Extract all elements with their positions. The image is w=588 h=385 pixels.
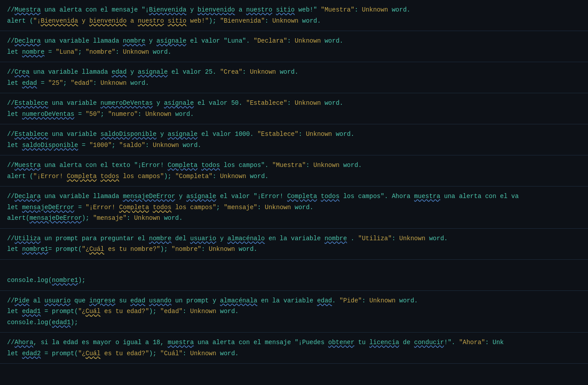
code-section-8: //Utiliza un prompt para preguntar el no… — [0, 229, 588, 260]
comment-line-8: //Utiliza un prompt para preguntar el no… — [7, 233, 581, 244]
code-line-3: let edad = "25"; "edad": Unknown word. — [7, 78, 581, 89]
code-section-1: //Muestra una alerta con el mensaje "¡Bi… — [0, 0, 588, 31]
comment-line-7: //Declara una variable llamada mensajeDe… — [7, 191, 581, 202]
code-line-10a: let edad1 = prompt("¿Cuál es tu edad?");… — [7, 306, 581, 317]
code-line-9: console.log(nombre1); — [7, 275, 581, 286]
comment-line-3: //Crea una variable llamada edad y asígn… — [7, 67, 581, 78]
code-section-7: //Declara una variable llamada mensajeDe… — [0, 187, 588, 229]
comment-line-11: //Ahora, si la edad es mayor o igual a 1… — [7, 337, 581, 348]
comment-line-6: //Muestra una alerta con el texto "¡Erro… — [7, 160, 581, 171]
code-line-4: let numeroDeVentas = "50"; "numero": Unk… — [7, 109, 581, 120]
code-line-10b: console.log(edad1); — [7, 317, 581, 328]
code-section-2: //Declara una variable llamada nombre y … — [0, 31, 588, 62]
code-section-6: //Muestra una alerta con el texto "¡Erro… — [0, 155, 588, 187]
comment-line-4: //Establece una variable numeroDeVentas … — [7, 98, 581, 109]
code-section-11: //Ahora, si la edad es mayor o igual a 1… — [0, 333, 588, 364]
comment-line-2: //Declara una variable llamada nombre y … — [7, 36, 581, 47]
code-line-7b: alert(mensajeDeError); "mensaje": Unknow… — [7, 213, 581, 224]
code-line-5: let saldoDisponible = "1000"; "saldo": U… — [7, 140, 581, 151]
code-line-6: alert ("¡Error! Completa todos los campo… — [7, 171, 581, 182]
code-section-9: console.log(nombre1); — [0, 260, 588, 291]
code-section-5: //Establece una variable saldoDisponible… — [0, 124, 588, 155]
code-editor: //Muestra una alerta con el mensaje "¡Bi… — [0, 0, 588, 385]
comment-line-1: //Muestra una alerta con el mensaje "¡Bi… — [7, 4, 581, 16]
code-section-4: //Establece una variable numeroDeVentas … — [0, 93, 588, 124]
comment-line-5: //Establece una variable saldoDisponible… — [7, 129, 581, 140]
comment-line-10: //Pide al usuario que ingrese su edad us… — [7, 295, 581, 306]
code-line-7a: let mensajeDeError = "¡Error! Completa t… — [7, 202, 581, 213]
code-line-8: let nombre1= prompt("¿Cuál es tu nombre?… — [7, 244, 581, 255]
code-section-3: //Crea una variable llamada edad y asígn… — [0, 62, 588, 93]
blank-line-1 — [7, 264, 581, 275]
code-section-10: //Pide al usuario que ingrese su edad us… — [0, 291, 588, 333]
code-line-11: let edad2 = prompt("¿Cuál es tu edad?");… — [7, 348, 581, 359]
code-line-2: let nombre = "Luna"; "nombre": Unknown w… — [7, 47, 581, 58]
code-line-1: alert ("¡Bienvenida y bienvenido a nuest… — [7, 16, 581, 27]
